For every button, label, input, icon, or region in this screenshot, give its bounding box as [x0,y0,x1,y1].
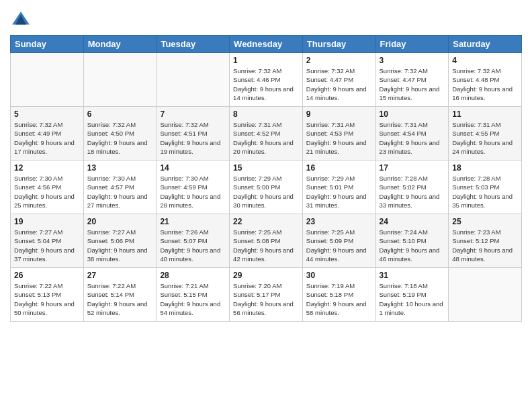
calendar-cell-5-2: 27Sunrise: 7:22 AM Sunset: 5:14 PM Dayli… [83,268,157,322]
day-number: 3 [380,56,445,65]
calendar-header-monday: Monday [83,36,157,53]
calendar-header-row: SundayMondayTuesdayWednesdayThursdayFrid… [11,36,522,53]
calendar-cell-5-7 [449,268,522,322]
calendar-week-1: 1Sunrise: 7:32 AM Sunset: 4:46 PM Daylig… [11,53,522,107]
calendar-cell-2-4: 8Sunrise: 7:31 AM Sunset: 4:52 PM Daylig… [230,107,303,161]
calendar-header-friday: Friday [375,36,449,53]
day-info: Sunrise: 7:30 AM Sunset: 4:57 PM Dayligh… [87,174,153,210]
day-number: 5 [14,109,80,119]
day-number: 12 [14,163,80,173]
day-info: Sunrise: 7:22 AM Sunset: 5:14 PM Dayligh… [87,281,153,317]
day-info: Sunrise: 7:32 AM Sunset: 4:49 PM Dayligh… [14,120,80,156]
calendar-cell-5-5: 30Sunrise: 7:19 AM Sunset: 5:18 PM Dayli… [302,268,375,322]
calendar-cell-5-1: 26Sunrise: 7:22 AM Sunset: 5:13 PM Dayli… [11,268,84,322]
calendar-cell-3-5: 16Sunrise: 7:29 AM Sunset: 5:01 PM Dayli… [302,161,375,214]
day-info: Sunrise: 7:21 AM Sunset: 5:15 PM Dayligh… [160,281,226,317]
day-info: Sunrise: 7:22 AM Sunset: 5:13 PM Dayligh… [14,281,80,317]
day-number: 19 [14,217,80,226]
calendar-cell-2-2: 6Sunrise: 7:32 AM Sunset: 4:50 PM Daylig… [83,107,157,161]
day-info: Sunrise: 7:29 AM Sunset: 5:00 PM Dayligh… [233,174,299,210]
header [10,7,522,31]
calendar-cell-3-6: 17Sunrise: 7:28 AM Sunset: 5:02 PM Dayli… [375,161,449,214]
day-number: 16 [306,163,372,173]
calendar-cell-1-5: 2Sunrise: 7:32 AM Sunset: 4:47 PM Daylig… [302,53,375,107]
day-info: Sunrise: 7:31 AM Sunset: 4:52 PM Dayligh… [233,120,299,156]
day-number: 20 [87,217,153,226]
day-number: 29 [233,271,299,280]
day-info: Sunrise: 7:27 AM Sunset: 5:04 PM Dayligh… [14,228,80,263]
day-info: Sunrise: 7:25 AM Sunset: 5:09 PM Dayligh… [306,228,372,263]
day-number: 21 [160,217,226,226]
day-number: 13 [87,163,153,173]
calendar-cell-4-5: 23Sunrise: 7:25 AM Sunset: 5:09 PM Dayli… [302,214,375,268]
day-number: 7 [160,109,226,119]
calendar-cell-2-6: 10Sunrise: 7:31 AM Sunset: 4:54 PM Dayli… [375,107,449,161]
calendar-cell-2-7: 11Sunrise: 7:31 AM Sunset: 4:55 PM Dayli… [449,107,522,161]
day-info: Sunrise: 7:32 AM Sunset: 4:51 PM Dayligh… [160,120,226,156]
logo-icon [10,9,32,31]
day-info: Sunrise: 7:30 AM Sunset: 4:59 PM Dayligh… [160,174,226,210]
day-info: Sunrise: 7:19 AM Sunset: 5:18 PM Dayligh… [306,281,372,317]
calendar-header-sunday: Sunday [11,36,84,53]
calendar-cell-3-7: 18Sunrise: 7:28 AM Sunset: 5:03 PM Dayli… [449,161,522,214]
day-info: Sunrise: 7:31 AM Sunset: 4:54 PM Dayligh… [380,120,445,156]
calendar-cell-1-7: 4Sunrise: 7:32 AM Sunset: 4:48 PM Daylig… [449,53,522,107]
calendar-header-saturday: Saturday [449,36,522,53]
calendar-header-wednesday: Wednesday [230,36,303,53]
day-info: Sunrise: 7:25 AM Sunset: 5:08 PM Dayligh… [233,228,299,263]
page: SundayMondayTuesdayWednesdayThursdayFrid… [0,0,532,332]
day-number: 31 [380,271,445,280]
day-number: 1 [233,56,299,65]
day-number: 28 [160,271,226,280]
calendar-cell-2-3: 7Sunrise: 7:32 AM Sunset: 4:51 PM Daylig… [157,107,230,161]
calendar-cell-2-5: 9Sunrise: 7:31 AM Sunset: 4:53 PM Daylig… [302,107,375,161]
day-number: 23 [306,217,372,226]
day-info: Sunrise: 7:24 AM Sunset: 5:10 PM Dayligh… [380,228,445,263]
day-number: 15 [233,163,299,173]
day-number: 6 [87,109,153,119]
calendar-cell-1-6: 3Sunrise: 7:32 AM Sunset: 4:47 PM Daylig… [375,53,449,107]
day-number: 2 [306,56,372,65]
logo [10,9,34,31]
day-info: Sunrise: 7:18 AM Sunset: 5:19 PM Dayligh… [380,281,445,317]
calendar-cell-1-2 [83,53,157,107]
day-info: Sunrise: 7:29 AM Sunset: 5:01 PM Dayligh… [306,174,372,210]
calendar-cell-3-2: 13Sunrise: 7:30 AM Sunset: 4:57 PM Dayli… [83,161,157,214]
calendar-cell-4-4: 22Sunrise: 7:25 AM Sunset: 5:08 PM Dayli… [230,214,303,268]
calendar-week-2: 5Sunrise: 7:32 AM Sunset: 4:49 PM Daylig… [11,107,522,161]
day-number: 11 [452,109,518,119]
day-info: Sunrise: 7:32 AM Sunset: 4:47 PM Dayligh… [380,66,445,102]
calendar-cell-5-6: 31Sunrise: 7:18 AM Sunset: 5:19 PM Dayli… [375,268,449,322]
day-number: 10 [380,109,445,119]
day-number: 24 [380,217,445,226]
day-number: 26 [14,271,80,280]
calendar-cell-3-4: 15Sunrise: 7:29 AM Sunset: 5:00 PM Dayli… [230,161,303,214]
calendar-cell-4-7: 25Sunrise: 7:23 AM Sunset: 5:12 PM Dayli… [449,214,522,268]
day-info: Sunrise: 7:26 AM Sunset: 5:07 PM Dayligh… [160,228,226,263]
day-info: Sunrise: 7:28 AM Sunset: 5:03 PM Dayligh… [452,174,518,210]
day-number: 14 [160,163,226,173]
calendar-cell-1-4: 1Sunrise: 7:32 AM Sunset: 4:46 PM Daylig… [230,53,303,107]
calendar-cell-3-3: 14Sunrise: 7:30 AM Sunset: 4:59 PM Dayli… [157,161,230,214]
day-number: 18 [452,163,518,173]
day-number: 4 [452,56,518,65]
day-number: 30 [306,271,372,280]
day-info: Sunrise: 7:31 AM Sunset: 4:55 PM Dayligh… [452,120,518,156]
calendar-cell-4-2: 20Sunrise: 7:27 AM Sunset: 5:06 PM Dayli… [83,214,157,268]
day-info: Sunrise: 7:31 AM Sunset: 4:53 PM Dayligh… [306,120,372,156]
day-info: Sunrise: 7:32 AM Sunset: 4:47 PM Dayligh… [306,66,372,102]
day-info: Sunrise: 7:28 AM Sunset: 5:02 PM Dayligh… [380,174,445,210]
calendar-cell-4-1: 19Sunrise: 7:27 AM Sunset: 5:04 PM Dayli… [11,214,84,268]
day-info: Sunrise: 7:32 AM Sunset: 4:48 PM Dayligh… [452,66,518,102]
calendar-cell-1-1 [11,53,84,107]
day-number: 25 [452,217,518,226]
calendar-cell-2-1: 5Sunrise: 7:32 AM Sunset: 4:49 PM Daylig… [11,107,84,161]
calendar-header-tuesday: Tuesday [157,36,230,53]
calendar-week-5: 26Sunrise: 7:22 AM Sunset: 5:13 PM Dayli… [11,268,522,322]
calendar-cell-3-1: 12Sunrise: 7:30 AM Sunset: 4:56 PM Dayli… [11,161,84,214]
calendar-cell-4-6: 24Sunrise: 7:24 AM Sunset: 5:10 PM Dayli… [375,214,449,268]
calendar-cell-1-3 [157,53,230,107]
calendar: SundayMondayTuesdayWednesdayThursdayFrid… [10,35,522,322]
calendar-cell-4-3: 21Sunrise: 7:26 AM Sunset: 5:07 PM Dayli… [157,214,230,268]
day-number: 17 [380,163,445,173]
